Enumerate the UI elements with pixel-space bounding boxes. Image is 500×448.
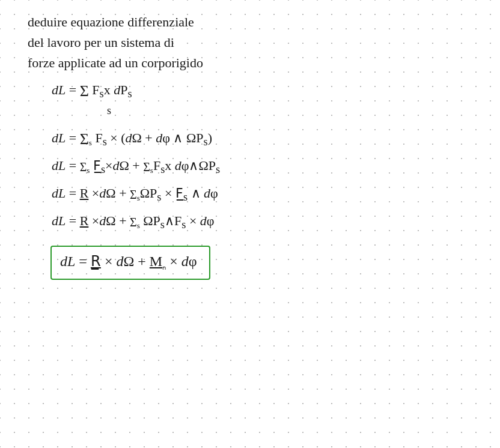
main-content: deduire equazione differenziale del lavo… bbox=[10, 0, 490, 297]
equation-6-container: dL = R̲ × dΩ + Mₙ × dφ bbox=[40, 242, 472, 280]
header-line2: del lavoro per un sistema di bbox=[28, 32, 472, 53]
equations-section: dL = Σ Fsx dPs s dL = Σs Fs × (dΩ + dφ ∧… bbox=[28, 79, 472, 279]
equation-6-highlighted: dL = R̲ × dΩ + Mₙ × dφ bbox=[50, 246, 210, 280]
eq4-text: dL = R ×dΩ + ΣsΩPs × F̲s ∧ dφ bbox=[52, 186, 218, 201]
equation-2: dL = Σs Fs × (dΩ + dφ ∧ ΩPs) bbox=[52, 127, 472, 151]
eq3-text: dL = Σs F̲s×dΩ + ΣsFsx dφ∧ΩPs bbox=[52, 158, 220, 173]
equation-5: dL = R ×dΩ + Σs ΩPs∧Fs × dφ bbox=[52, 211, 472, 234]
equation-4: dL = R ×dΩ + ΣsΩPs × F̲s ∧ dφ bbox=[52, 183, 472, 206]
page: deduire equazione differenziale del lavo… bbox=[0, 0, 500, 448]
equation-3: dL = Σs F̲s×dΩ + ΣsFsx dφ∧ΩPs bbox=[52, 156, 472, 178]
eq1-text: dL = Σ Fsx dPs bbox=[52, 82, 132, 97]
eq1-subscript: s bbox=[107, 104, 111, 117]
header-line1: deduire equazione differenziale bbox=[28, 12, 472, 32]
header-line3: forze applicate ad un corporigido bbox=[28, 53, 472, 73]
equation-1: dL = Σ Fsx dPs s bbox=[52, 79, 472, 119]
header-text: deduire equazione differenziale del lavo… bbox=[28, 12, 472, 73]
eq6-text: dL = R̲ × dΩ + Mₙ × dφ bbox=[60, 253, 197, 269]
eq2-text: dL = Σs Fs × (dΩ + dφ ∧ ΩPs) bbox=[52, 130, 212, 145]
eq5-text: dL = R ×dΩ + Σs ΩPs∧Fs × dφ bbox=[52, 213, 215, 228]
